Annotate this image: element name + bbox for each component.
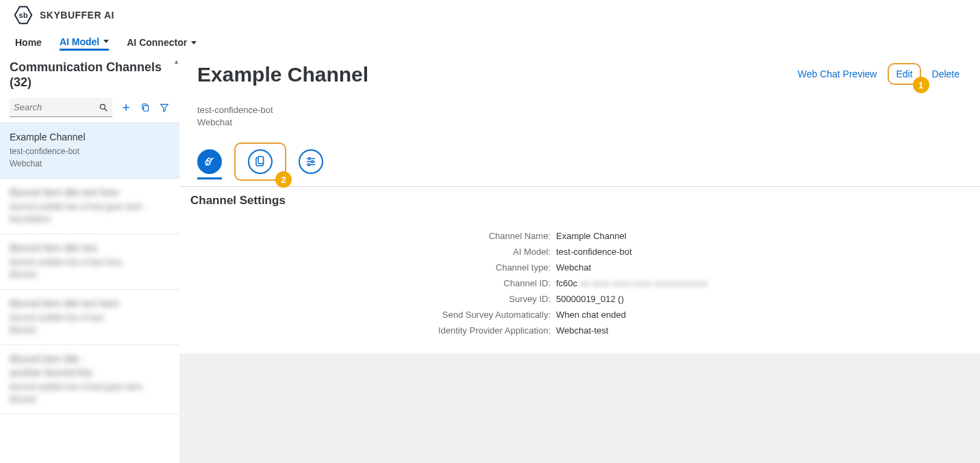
chevron-down-icon [103,40,109,43]
list-item[interactable]: Blurred item title text blurred subtitle… [0,234,179,290]
list-item-sub: Blurred [10,268,170,281]
list-item-sub: Blurred [10,324,170,336]
sidebar-title-line1: Communication Channels [10,60,170,75]
list-item-title: Blurred item title - [10,353,170,364]
list-item-sub: Webchat [10,158,170,170]
copy-icon[interactable] [140,102,151,113]
sidebar-collapse-arrow-icon[interactable]: ▴ [175,58,178,65]
brand-logo-icon: sb [14,5,33,25]
nav-home[interactable]: Home [15,37,42,49]
svg-point-14 [308,158,310,160]
tab-callout: 2 [234,142,286,181]
svg-point-15 [312,161,314,163]
settings-value: Example Channel [556,231,627,241]
list-item-title: Blurred item title text here [10,298,170,309]
list-item[interactable]: Blurred item title text here blurred sub… [0,179,179,234]
settings-grid: Channel Name: Example Channel AI Model: … [179,218,980,353]
edit-button[interactable]: Edit [896,68,912,79]
settings-label: AI Model: [179,247,556,257]
tab-connection[interactable] [197,149,222,174]
svg-point-2 [100,104,105,109]
settings-row: Survey ID: 50000019_012 () [179,291,980,307]
settings-label: Channel Name: [179,231,556,241]
channel-id-blurred: xx-xxxx-xxxx-xxxx-xxxxxxxxxxxx [580,278,707,288]
list-item-sub: blurreditem [10,213,170,225]
app-header: sb SKYBUFFER AI [0,0,980,30]
settings-label: Survey ID: [179,294,556,304]
sidebar: ▴ Communication Channels (32) [0,56,179,463]
tab-settings[interactable] [248,149,273,174]
sidebar-tools [0,94,179,123]
settings-value: test-confidence-bot [556,247,632,257]
channel-id-prefix: fc60c [556,278,577,288]
settings-value: 50000019_012 () [556,294,624,304]
list-item[interactable]: Example Channel test-confidence-bot Webc… [0,123,179,179]
edit-callout: Edit 1 [888,63,920,85]
brand: sb SKYBUFFER AI [14,5,114,25]
header-subtitle-1: test-confidence-bot [197,104,962,116]
nav-ai-model[interactable]: AI Model [60,36,109,51]
nav-ai-connector-label: AI Connector [127,37,187,48]
brand-name: SKYBUFFER AI [40,10,114,21]
settings-row: Channel Name: Example Channel [179,228,980,244]
settings-row: Channel type: Webchat [179,260,980,275]
list-item-sub: blurred subtitle line of text goes here … [10,201,170,213]
content-header: Example Channel Web Chat Preview Edit 1 … [179,56,980,187]
list-item-sub: test-confidence-bot [10,145,170,158]
header-actions: Web Chat Preview Edit 1 Delete [795,63,962,85]
filter-icon[interactable] [159,102,170,113]
channel-list[interactable]: Example Channel test-confidence-bot Webc… [0,123,179,463]
settings-value: Webchat-test [556,325,608,336]
settings-label: Identity Provider Application: [179,325,556,336]
svg-marker-8 [161,105,168,112]
list-item-sub: blurred subtitle line of text goes here … [10,381,170,393]
header-subtitle: test-confidence-bot Webchat [197,104,962,129]
settings-value: When chat ended [556,310,626,320]
svg-line-3 [105,108,108,111]
svg-rect-7 [144,105,149,111]
header-subtitle-2: Webchat [197,116,962,129]
sidebar-title-line2: (32) [10,75,170,90]
list-item[interactable]: Blurred item title text here blurred sub… [0,290,179,345]
tab-advanced[interactable] [299,149,323,174]
svg-text:sb: sb [18,11,27,19]
list-item-title: Blurred item title text here [10,187,170,198]
callout-badge-2: 2 [275,171,292,188]
list-item-sub: blurred subtitle line of text here [10,256,170,268]
settings-value: Webchat [556,262,591,273]
settings-value: fc60cxx-xxxx-xxxx-xxxx-xxxxxxxxxxxx [556,278,707,288]
settings-row: Identity Provider Application: Webchat-t… [179,323,980,338]
search-input-wrap[interactable] [10,98,112,117]
list-item-title: Example Channel [10,132,170,142]
web-chat-preview-button[interactable]: Web Chat Preview [795,66,880,82]
nav-ai-connector[interactable]: AI Connector [127,37,197,49]
page-title: Example Channel [197,63,368,86]
list-item-sub: Blurred [10,393,170,405]
callout-badge-1: 1 [913,77,929,93]
list-item[interactable]: Blurred item title - another blurred lin… [0,345,179,414]
search-input[interactable] [14,102,99,112]
round-tabs: 2 [197,142,962,186]
nav-ai-model-label: AI Model [60,36,99,47]
section-title: Channel Settings [179,187,980,218]
settings-label: Channel ID: [179,278,556,288]
list-item-title2: another blurred line [10,367,170,378]
list-item-title: Blurred item title text [10,242,170,253]
settings-row: Send Survey Automatically: When chat end… [179,307,980,323]
list-item-sub: blurred subtitle line of text [10,312,170,324]
search-icon[interactable] [99,103,108,112]
top-nav: Home AI Model AI Connector [0,30,980,56]
svg-point-16 [308,164,310,166]
settings-row: Channel ID: fc60cxx-xxxx-xxxx-xxxx-xxxxx… [179,275,980,291]
settings-row: AI Model: test-confidence-bot [179,244,980,260]
settings-label: Channel type: [179,262,556,273]
settings-label: Send Survey Automatically: [179,310,556,320]
content-footer-area [179,353,980,463]
sidebar-title: Communication Channels (32) [0,56,179,94]
content: Example Channel Web Chat Preview Edit 1 … [179,56,980,463]
delete-button[interactable]: Delete [929,66,962,82]
add-icon[interactable] [121,102,131,113]
svg-rect-10 [258,157,264,164]
chevron-down-icon [191,41,197,45]
